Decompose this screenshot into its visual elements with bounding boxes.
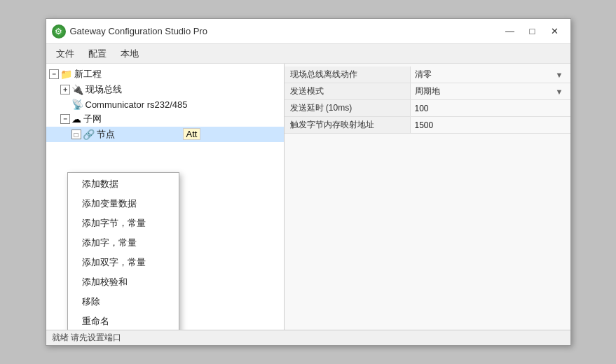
ctx-remove[interactable]: 移除 [68,292,179,312]
properties-panel: 现场总线离线动作 清零 ▼ 发送模式 周期地 ▼ [285,64,570,330]
tree-node-bus[interactable]: ＋ 🔌 现场总线 [46,82,284,97]
bus-icon: 🔌 [71,84,83,95]
context-menu: 添加数据 添加变量数据 添加字节，常量 添加字，常量 添加双字，常量 添加校验和… [67,172,179,330]
maximize-button[interactable]: □ [523,24,542,39]
cloud-icon: ☁ [71,113,81,125]
dropdown-arrow-1: ▼ [556,88,566,96]
status-bar: 就绪 请先设置端口 [46,330,570,345]
prop-value-trigger-addr[interactable]: 1500 [411,117,570,133]
comm-icon: 📡 [71,99,83,110]
prop-row-offline-action: 现场总线离线动作 清零 ▼ [285,66,570,83]
menu-item-local[interactable]: 本地 [114,46,146,62]
prop-label-send-delay: 发送延时 (10ms) [285,100,411,116]
expander-subnet[interactable]: － [60,114,70,124]
minimize-button[interactable]: — [500,24,520,39]
prop-label-offline-action: 现场总线离线动作 [285,66,411,83]
node-label-comm: Communicator rs232/485 [85,99,188,110]
ctx-add-checksum[interactable]: 添加校验和 [68,272,179,292]
ctx-rename[interactable]: 重命名 [68,312,179,330]
tree-node-project[interactable]: － 📁 新工程 [46,66,284,82]
prop-row-send-delay: 发送延时 (10ms) 100 [285,100,570,117]
prop-value-send-delay[interactable]: 100 [411,100,570,116]
expander-bus[interactable]: ＋ [60,85,70,94]
main-window: Gateway Configuration Studio Pro — □ ✕ 文… [46,18,571,346]
prop-value-offline-action[interactable]: 清零 ▼ [411,66,570,83]
node-label-node: 节点 [97,128,115,141]
app-icon [52,24,66,38]
tree-node-comm[interactable]: 📡 Communicator rs232/485 [46,97,284,111]
prop-label-trigger-addr: 触发字节内存映射地址 [285,117,411,133]
node-label-bus: 现场总线 [85,83,122,96]
window-controls: — □ ✕ [500,24,565,39]
status-text: 就绪 请先设置端口 [52,332,121,344]
content-area: － 📁 新工程 ＋ 🔌 现场总线 📡 Communicator rs232/48… [46,64,570,330]
prop-label-send-mode: 发送模式 [285,83,411,99]
ctx-add-word-const[interactable]: 添加字，常量 [68,233,179,253]
ctx-add-dword-const[interactable]: 添加双字，常量 [68,253,179,272]
prop-row-trigger-addr: 触发字节内存映射地址 1500 [285,117,570,134]
menu-bar: 文件 配置 本地 [46,44,570,64]
expander-node[interactable]: □ [71,130,81,139]
tree-panel: － 📁 新工程 ＋ 🔌 现场总线 📡 Communicator rs232/48… [46,64,285,330]
prop-row-send-mode: 发送模式 周期地 ▼ [285,83,570,100]
tree-node-subnet[interactable]: － ☁ 子网 [46,111,284,127]
ctx-add-var-data[interactable]: 添加变量数据 [68,194,179,214]
title-bar: Gateway Configuration Studio Pro — □ ✕ [46,19,570,44]
ctx-add-data[interactable]: 添加数据 [68,174,179,194]
close-button[interactable]: ✕ [545,24,565,39]
menu-item-file[interactable]: 文件 [49,46,81,62]
menu-item-config[interactable]: 配置 [81,46,114,62]
tree-node-node[interactable]: □ 🔗 节点 [46,127,284,142]
ctx-add-byte-const[interactable]: 添加字节，常量 [68,214,179,233]
window-title: Gateway Configuration Studio Pro [70,26,500,36]
att-label: Att [183,128,201,140]
node-label-subnet: 子网 [83,113,102,125]
dropdown-arrow-0: ▼ [556,71,566,79]
folder-icon: 📁 [60,69,72,80]
node-label-project: 新工程 [74,68,102,80]
expander-project[interactable]: － [49,69,59,79]
prop-value-send-mode[interactable]: 周期地 ▼ [411,83,570,99]
node-icon: 🔗 [83,129,95,140]
